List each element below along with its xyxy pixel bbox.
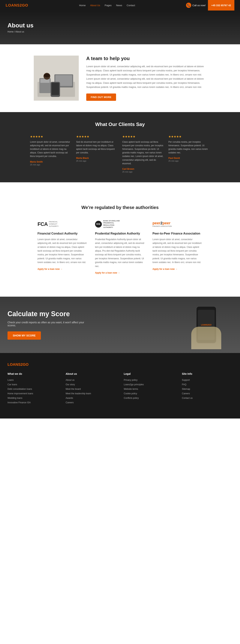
footer-col-list-3: Support FAQ Sitemap Careers Contact us [182,378,233,399]
reviewer-2: Marta Black [76,157,118,160]
footer-link-website-terms: Website terms [124,387,174,390]
footer-link-isa: Innovative Finance ISA [7,401,58,404]
team-text: A team to help you Lorem ipsum dolor sit… [86,56,206,101]
review-time-2: 25 min ago [76,160,118,162]
show-score-button[interactable]: SHOW MY SCORE [7,332,41,340]
footer-link-about-us: About us [66,378,116,381]
phone-icon: 📞 [186,3,191,8]
review-time-3: 25 min ago [122,171,164,173]
team-heading: A team to help you [86,56,206,62]
breadcrumb: Home / About us [7,30,233,33]
footer-col-heading-0: What we do [7,372,58,375]
call-now: 📞 Call us now! [186,3,206,8]
review-text-4: Per conubia nostra, per inceptos himenae… [168,140,210,155]
footer-col-about: About us About us Our story Meet the boa… [66,372,116,405]
reviews-grid: ★★★★★ Lorem ipsum dolor sit amet, consec… [30,135,210,173]
footer-link-careers: Careers [66,401,116,404]
p2p-desc: Lorem ipsum dolor sit amet, consectetur … [152,238,203,264]
boe-apply-link[interactable]: Apply for a loan now [95,272,120,274]
footer-col-list-1: About us Our story Meet the board Meet t… [66,378,116,404]
review-text-3: Class aptent taciti sociosqu ad litora t… [122,140,164,166]
review-card-2: ★★★★★ Sed do eiusmod tem por incididunt … [76,135,118,173]
calc-content: Calculate my Score Check your credit rep… [7,310,86,340]
header-right: 📞 Call us now! +45 332 65767 42 [186,0,234,10]
footer-link-leadership: Meet the leadership team [66,392,116,395]
review-card-4: ★★★★★ Per conubia nostra, per inceptos h… [168,135,210,173]
footer-link-debt: Debt consolidation loans [7,387,58,390]
footer-link-faq: FAQ [182,383,233,386]
footer-link-principles: Loans2go principles [124,383,174,386]
auth-card-fca: FCA FINANCIALCONDUCTAUTHORITY Financial … [37,220,88,274]
p2p-name: Peer-to-Peer Finance Association [152,232,203,235]
phone-mockup: LOANS2GO [188,300,225,349]
svg-rect-9 [51,83,59,95]
footer-link-conflicts: Conflicts policy [124,396,174,399]
call-label: Call us now! [192,4,206,7]
hero-title: About us [7,22,233,29]
footer-link-careers-site: Careers [182,392,233,395]
nav-contact[interactable]: Contact [127,4,135,7]
authorities-section-wrapper: We're regulated by these authorities FCA… [0,182,240,297]
boe-logo: BOE BANK OF ENGLANDPRUDENTIALREGULATIONA… [95,220,145,229]
team-image-svg [34,56,79,101]
p2p-logo: peer2peer FINANCE ASSOCIATION [152,220,203,229]
footer-col-legal: Legal Privacy policy Loans2go principles… [124,372,174,405]
review-text-2: Sed do eiusmod tem por incididunt ut lab… [76,140,118,155]
nav-pages[interactable]: Pages [105,4,112,7]
boe-desc: Prudential Regulation Authority ipsum do… [95,238,145,268]
calculate-section: Calculate my Score Check your credit rep… [0,297,240,353]
footer: LOANS2GO What we do Loans Car loans Debt… [0,353,240,418]
footer-logo: LOANS2GO [7,362,233,367]
calc-heading: Calculate my Score [7,310,86,318]
footer-link-privacy: Privacy policy [124,378,174,381]
footer-link-loans: Loans [7,378,58,381]
p2p-apply-link[interactable]: Apply for a loan now [152,268,177,270]
boe-name: Prudential Regulation Authority [95,232,145,235]
team-section: A team to help you Lorem ipsum dolor sit… [30,56,210,101]
breadcrumb-current: About us [15,30,24,33]
footer-col-list-2: Privacy policy Loans2go principles Websi… [124,378,174,399]
stars-3: ★★★★★ [122,135,164,138]
footer-link-wedding: Wedding loans [7,396,58,399]
clients-heading: What Our Clients Say [7,122,233,127]
footer-link-our-story: Our story [66,383,116,386]
nav-news[interactable]: News [116,4,122,7]
footer-col-list-0: Loans Car loans Debt consolidation loans… [7,378,58,404]
nav-about[interactable]: About Us [90,4,100,7]
stars-1: ★★★★★ [30,135,72,138]
clients-section: What Our Clients Say ★★★★★ Lorem ipsum d… [0,112,240,182]
fca-apply-link[interactable]: Apply for a loan now [37,268,62,270]
phone-label: LOANS2GO [201,324,212,326]
review-card-3: ★★★★★ Class aptent taciti sociosqu ad li… [122,135,164,173]
review-time-4: 25 min ago [168,160,210,162]
stars-4: ★★★★★ [168,135,210,138]
main-nav: Home About Us Pages News Contact [79,4,135,7]
nav-home[interactable]: Home [79,4,86,7]
fca-logo: FCA FINANCIALCONDUCTAUTHORITY [37,220,88,229]
footer-link-home-improvement: Home improvement loans [7,392,58,395]
review-time-1: 25 min ago [30,164,72,166]
footer-col-what-we-do: What we do Loans Car loans Debt consolid… [7,372,58,405]
footer-link-contact: Contact us [182,396,233,399]
review-text-1: Lorem ipsum dolor sit amet, consectetur … [30,140,72,158]
find-out-button[interactable]: FIND OUT MORE [86,94,116,101]
auth-grid: FCA FINANCIALCONDUCTAUTHORITY Financial … [37,220,203,274]
header: LOANS2GO Home About Us Pages News Contac… [0,0,240,10]
svg-point-7 [44,74,50,77]
fca-desc: Lorem ipsum dolor sit amet, consectetur … [37,238,88,264]
auth-card-boe: BOE BANK OF ENGLANDPRUDENTIALREGULATIONA… [95,220,145,274]
footer-link-sitemap: Sitemap [182,387,233,390]
footer-col-site-info: Site Info Support FAQ Sitemap Careers Co… [182,372,233,405]
footer-link-support: Support [182,378,233,381]
phone-button[interactable]: +45 332 65767 42 [208,0,234,10]
logo[interactable]: LOANS2GO [6,3,28,8]
svg-rect-3 [40,79,50,83]
footer-col-heading-2: Legal [124,372,174,375]
hero-content: About us Home / About us [7,22,233,33]
breadcrumb-home[interactable]: Home [7,30,13,33]
reviewer-3: Carl Brown [122,168,164,170]
hand-holding [191,327,221,349]
hero-section: About us Home / About us [0,10,240,44]
footer-col-heading-3: Site Info [182,372,233,375]
footer-link-car-loans: Car loans [7,383,58,386]
